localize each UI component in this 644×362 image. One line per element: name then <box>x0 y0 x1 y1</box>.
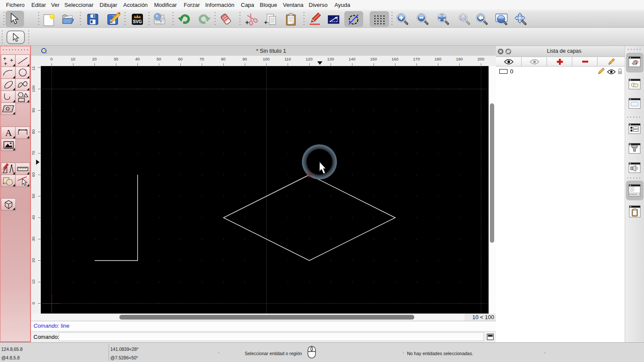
svg-text:120: 120 <box>306 57 313 61</box>
svg-text:190: 190 <box>456 57 463 61</box>
svg-text:170: 170 <box>413 57 420 61</box>
svg-text:0: 0 <box>50 57 52 61</box>
svg-text:140: 140 <box>349 57 355 61</box>
svg-text:0: 0 <box>31 302 36 304</box>
svg-text:50: 50 <box>31 194 36 199</box>
svg-text:110: 110 <box>284 57 291 61</box>
svg-text:180: 180 <box>434 57 441 61</box>
svg-text:100: 100 <box>263 57 270 61</box>
svg-text:70: 70 <box>31 151 36 156</box>
svg-text:200: 200 <box>477 57 484 61</box>
svg-text:command: command <box>630 193 637 195</box>
svg-text:100: 100 <box>31 85 36 92</box>
svg-text:90: 90 <box>31 108 36 113</box>
svg-text:150: 150 <box>370 57 377 61</box>
svg-text:10: 10 <box>31 280 36 284</box>
svg-text:40: 40 <box>31 215 36 220</box>
svg-text:110: 110 <box>31 66 36 71</box>
svg-text:70: 70 <box>200 57 204 61</box>
svg-text:40: 40 <box>135 57 140 61</box>
svg-text:10: 10 <box>71 57 76 61</box>
svg-text:20: 20 <box>31 258 36 263</box>
svg-text:90: 90 <box>243 57 247 61</box>
svg-text:80: 80 <box>31 130 36 134</box>
svg-text:160: 160 <box>392 57 398 61</box>
svg-text:SVG: SVG <box>133 19 142 24</box>
svg-text:50: 50 <box>157 57 161 61</box>
svg-text:130: 130 <box>327 57 334 61</box>
svg-text:30: 30 <box>31 237 36 241</box>
svg-text:60: 60 <box>31 172 36 177</box>
svg-text:80: 80 <box>221 57 226 61</box>
svg-text:A: A <box>5 127 12 138</box>
svg-text:30: 30 <box>114 57 118 61</box>
svg-text:20: 20 <box>92 57 97 61</box>
svg-text:60: 60 <box>178 57 183 61</box>
